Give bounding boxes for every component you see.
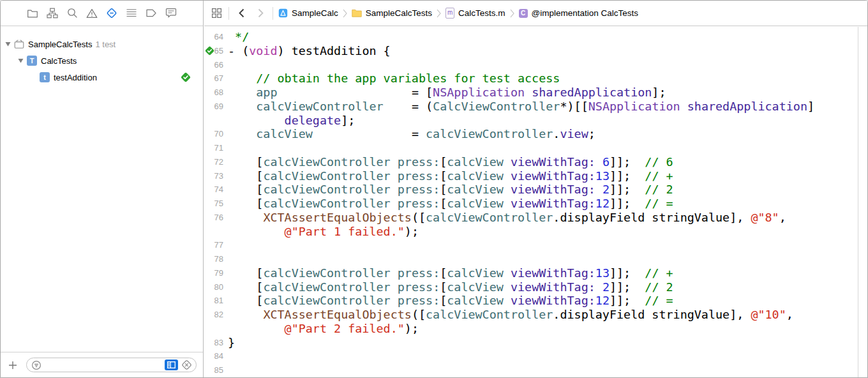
code-line: 75 [calcViewController press:[calcView v… (204, 197, 858, 211)
test-passed-icon[interactable] (181, 72, 191, 82)
divider (228, 7, 229, 20)
code-line: 66 (204, 58, 858, 72)
navigator-sidebar: SampleCalcTests1 testTCalcTeststtestAddi… (1, 1, 204, 377)
code-line: @"Part 2 failed."); (204, 322, 858, 336)
line-number[interactable]: 75 (204, 197, 228, 211)
test-passed-gutter-icon[interactable] (205, 46, 214, 56)
line-number[interactable]: 81 (204, 294, 228, 308)
navigator-toolbar (1, 1, 203, 26)
code-line: 70 calcView = calcViewController.view; (204, 127, 858, 141)
editor-scrollbar[interactable] (858, 27, 867, 377)
test-navigator-icon[interactable] (106, 8, 117, 19)
back-button[interactable] (234, 6, 248, 20)
line-number[interactable]: 64 (204, 30, 228, 44)
code-text: [calcViewController press:[calcView view… (228, 197, 673, 211)
code-text: app = [NSApplication sharedApplication]; (228, 86, 666, 100)
breadcrumb-item[interactable]: SampleCalc (278, 8, 338, 18)
tree-item-testAddition[interactable]: ttestAddition (1, 69, 203, 86)
line-number[interactable]: 72 (204, 155, 228, 169)
code-line: delegate]; (204, 114, 858, 128)
disclosure-triangle-icon[interactable] (17, 57, 24, 64)
tree-item-SampleCalcTests[interactable]: SampleCalcTests1 test (1, 36, 203, 52)
line-number[interactable]: 74 (204, 183, 228, 197)
filter-field[interactable] (26, 358, 197, 372)
show-tests-toggle-icon[interactable] (165, 359, 178, 370)
test-method-icon: t (40, 72, 50, 82)
class-badge-icon: C (519, 9, 528, 18)
breadcrumb-label: SampleCalc (292, 8, 338, 18)
disclosure-triangle-icon[interactable] (4, 41, 11, 47)
line-number[interactable]: 85 (204, 363, 228, 377)
code-text: @"Part 1 failed."); (228, 225, 419, 239)
related-items-icon[interactable] (209, 6, 223, 20)
issue-navigator-icon[interactable] (86, 8, 98, 19)
breadcrumb-item[interactable]: SampleCalcTests (352, 8, 432, 18)
code-text: [calcViewController press:[calcView view… (228, 155, 673, 169)
code-text: [calcViewController press:[calcView view… (228, 280, 673, 294)
breadcrumb: SampleCalcSampleCalcTestsmCalcTests.mC@i… (278, 8, 638, 19)
code-line: 71 (204, 141, 858, 155)
line-number[interactable] (204, 114, 228, 128)
line-number[interactable]: 78 (204, 252, 228, 266)
code-line: 77 (204, 238, 858, 252)
code-line: 74 [calcViewController press:[calcView v… (204, 183, 858, 197)
breadcrumb-separator-icon (437, 9, 441, 18)
code-line: @"Part 1 failed."); (204, 225, 858, 239)
project-icon (278, 8, 288, 18)
code-text: calcView = calcViewController.view; (228, 127, 595, 141)
disclosure-spacer (30, 74, 36, 80)
line-number[interactable]: 80 (204, 280, 228, 294)
code-line: 64 */ (204, 30, 858, 44)
line-number[interactable]: 70 (204, 127, 228, 141)
breadcrumb-item[interactable]: mCalcTests.m (445, 8, 505, 19)
debug-navigator-icon[interactable] (126, 8, 137, 19)
project-navigator-icon[interactable] (27, 8, 38, 19)
forward-button[interactable] (253, 6, 267, 20)
source-control-navigator-icon[interactable] (47, 8, 58, 19)
line-number[interactable]: 67 (204, 72, 228, 86)
code-line: 79 [calcViewController press:[calcView v… (204, 266, 858, 280)
code-line: 68 app = [NSApplication sharedApplicatio… (204, 86, 858, 100)
line-number[interactable]: 77 (204, 238, 228, 252)
line-number[interactable]: 68 (204, 86, 228, 100)
line-number[interactable]: 84 (204, 349, 228, 363)
class-icon: T (27, 56, 37, 66)
line-number[interactable]: 83 (204, 336, 228, 350)
code-text: XCTAssertEqualObjects([calcViewControlle… (228, 308, 793, 322)
show-failed-tests-toggle-icon[interactable] (181, 359, 193, 371)
code-line: 69 calcViewController = (CalcViewControl… (204, 100, 858, 114)
line-number[interactable]: 76 (204, 211, 228, 225)
line-number[interactable]: 82 (204, 308, 228, 322)
line-number[interactable] (204, 322, 228, 336)
code-text: [calcViewController press:[calcView view… (228, 183, 673, 197)
code-line: 85 (204, 363, 858, 377)
line-number[interactable] (204, 225, 228, 239)
find-navigator-icon[interactable] (66, 8, 78, 19)
code-line: 84 (204, 349, 858, 363)
code-line: 81 [calcViewController press:[calcView v… (204, 294, 858, 308)
tree-item-CalcTests[interactable]: TCalcTests (1, 52, 203, 69)
tree-item-label: SampleCalcTests (28, 40, 92, 49)
line-number[interactable]: 71 (204, 141, 228, 155)
test-class-icon: T (27, 56, 37, 66)
report-navigator-icon[interactable] (165, 8, 177, 19)
code-text: XCTAssertEqualObjects([calcViewControlle… (228, 211, 786, 225)
breakpoint-navigator-icon[interactable] (146, 8, 157, 19)
line-number[interactable]: 66 (204, 58, 228, 72)
add-button[interactable] (3, 356, 22, 375)
line-number[interactable]: 65 (204, 44, 228, 58)
code-text: [calcViewController press:[calcView view… (228, 169, 673, 183)
line-number[interactable]: 69 (204, 100, 228, 114)
test-bundle-icon (14, 39, 24, 49)
code-text: calcViewController = (CalcViewController… (228, 100, 814, 114)
code-line: 78 (204, 252, 858, 266)
navigator-filter-bar (1, 352, 203, 377)
line-number[interactable]: 79 (204, 266, 228, 280)
breadcrumb-label: CalcTests.m (458, 8, 505, 18)
line-number[interactable]: 73 (204, 169, 228, 183)
code-text: } (228, 336, 235, 350)
breadcrumb-separator-icon (510, 9, 514, 18)
code-line: 80 [calcViewController press:[calcView v… (204, 280, 858, 294)
source-code-area[interactable]: 64 */65- (void) testAddition {6667 // ob… (204, 27, 858, 377)
breadcrumb-item[interactable]: C@implementation CalcTests (519, 8, 639, 18)
